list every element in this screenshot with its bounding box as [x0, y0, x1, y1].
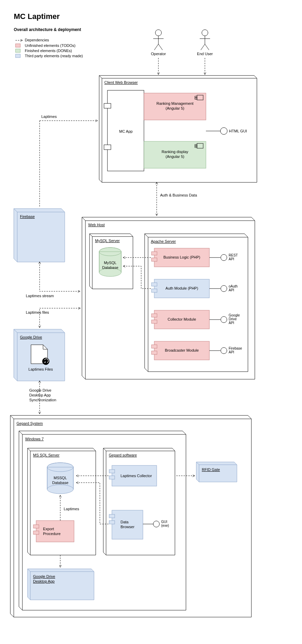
svg-rect-2 [15, 49, 20, 52]
laptimes-collector-label: Laptimes Collector [121, 474, 152, 478]
page-subtitle: Overall architecture & deployment [14, 27, 81, 32]
gepard-title: Gepard System [17, 421, 43, 425]
client-title: Client Web Browser [104, 80, 138, 84]
mc-app: MC App [104, 90, 144, 171]
svg-rect-70 [152, 351, 157, 354]
ranking-management: Ranking Management (Angular 5) [144, 93, 206, 120]
svg-rect-97 [33, 531, 39, 534]
gd-app-l1: Google Drive [33, 574, 55, 578]
legend: Dependencies Unfinished elements (TODOs)… [15, 38, 83, 58]
gui-l1: GUI [161, 520, 167, 524]
mssql-server: MS SQL Server MSSQL Database Export Proc… [28, 448, 96, 555]
svg-rect-1 [15, 44, 20, 47]
ranking-display: Ranking display (Angular 5) [144, 141, 206, 168]
svg-rect-103 [109, 470, 115, 473]
fb-api-l1: Firebase [229, 346, 242, 350]
svg-point-9 [202, 30, 208, 36]
biz-logic: Business Logic (PHP) [152, 248, 209, 267]
gd-desktop-app: Google Drive Desktop App [28, 569, 94, 600]
apache-server: Apache Server Business Logic (PHP) REST … [145, 234, 248, 372]
architecture-diagram: MC Laptimer Overall architecture & deplo… [0, 0, 302, 644]
auth-module-label: Auth Module (PHP) [166, 286, 198, 290]
client-web-browser: Client Web Browser MC App Ranking Manage… [99, 76, 257, 182]
svg-rect-95 [36, 521, 74, 542]
svg-rect-20 [104, 103, 111, 108]
laptimes-stream-label: Laptimes stream [26, 294, 54, 298]
mssql-server-title: MS SQL Server [33, 453, 60, 457]
gui-l2: (exe) [161, 524, 169, 527]
auth-module: Auth Module (PHP) [152, 279, 209, 298]
gd-sync-l2: Desktop App [29, 393, 51, 397]
svg-rect-54 [152, 252, 157, 255]
svg-line-12 [201, 44, 205, 50]
mssql-db-l2: Database [52, 481, 68, 485]
firebase-node: Firebase [14, 209, 65, 262]
ranking-disp-l2: (Angular 5) [166, 154, 184, 159]
mysql-server-title: MySQL Server [95, 239, 120, 243]
export-proc-l2: Procedure [43, 532, 61, 536]
oauth-l1: oAuth [229, 284, 238, 288]
gd-sync-l3: Synchronization [29, 398, 56, 402]
gd-api-l2: Drive [229, 317, 237, 321]
svg-rect-69 [152, 345, 157, 348]
gepard-sw-title: Gepard software [109, 453, 137, 457]
web-host: Web Host MySQL Server MySQL Database Apa… [82, 217, 255, 379]
rest-api-l2: API [229, 257, 234, 261]
broadcaster-label: Broadcaster Module [165, 348, 199, 352]
legend-dependencies: Dependencies [25, 38, 49, 42]
laptimes-label: Laptimes [41, 114, 57, 119]
svg-rect-55 [152, 258, 157, 261]
html-gui-label: HTML GUI [229, 129, 247, 133]
svg-rect-3 [15, 54, 20, 58]
legend-done: Finished elements (DONEs) [25, 49, 72, 53]
webhost-title: Web Host [88, 223, 105, 227]
svg-rect-60 [152, 289, 157, 292]
win7-title: Windows 7 [25, 437, 44, 441]
svg-rect-104 [109, 476, 115, 479]
page-title: MC Laptimer [14, 12, 60, 21]
ranking-disp-l1: Ranking display [162, 150, 188, 154]
data-browser-l1: Data [121, 520, 129, 524]
svg-rect-21 [104, 145, 111, 150]
data-browser-l2: Browser [121, 525, 135, 529]
actor-enduser: End User [197, 30, 213, 56]
rest-api-l1: REST [229, 253, 238, 257]
gepard-system: Gepard System Windows 7 MS SQL Server [10, 415, 251, 617]
gd-api-l1: Google [229, 313, 240, 317]
svg-line-8 [158, 44, 163, 50]
biz-logic-label: Business Logic (PHP) [164, 255, 200, 259]
actor-operator: Operator [151, 30, 166, 56]
svg-rect-65 [152, 320, 157, 323]
gd-app-l2: Desktop App [33, 579, 54, 583]
mssql-db-l1: MSSQL [54, 476, 67, 480]
svg-rect-96 [33, 525, 39, 528]
oauth-l2: API [229, 288, 234, 292]
mysql-server: MySQL Server MySQL Database [90, 234, 133, 289]
collector-label: Collector Module [168, 317, 196, 321]
svg-point-93 [47, 485, 73, 494]
rfid-title: RFID Gate [202, 467, 220, 472]
laptimes-files-label: Laptimes files [26, 310, 49, 314]
svg-rect-107 [109, 521, 115, 524]
mysql-db-l1: MySQL [104, 261, 117, 265]
svg-rect-64 [152, 314, 157, 317]
svg-line-13 [205, 44, 209, 50]
svg-line-7 [154, 44, 158, 50]
gdrive-files-label: Laptimes Files [29, 367, 53, 371]
gdrive-title: Google Drive [20, 335, 42, 339]
auth-biz-label: Auth & Business Data [160, 193, 197, 197]
actor-operator-label: Operator [151, 52, 166, 56]
google-drive-node: Google Drive Laptimes Files [14, 329, 65, 381]
mc-app-label: MC App [119, 129, 133, 133]
svg-rect-106 [109, 514, 115, 518]
svg-rect-59 [152, 283, 157, 286]
gepard-software: Gepard software Laptimes Collector Data … [103, 448, 175, 555]
laptimes-arrow-label: Laptimes [64, 507, 79, 511]
gd-api-l3: API [229, 321, 234, 325]
mysql-db-l2: Database [102, 265, 118, 270]
firebase-title: Firebase [20, 214, 35, 219]
fb-api-l2: API [229, 350, 234, 354]
rfid-gate: RFID Gate [196, 462, 237, 482]
actor-enduser-label: End User [197, 52, 213, 56]
legend-third: Third party elements (ready made) [25, 54, 83, 58]
